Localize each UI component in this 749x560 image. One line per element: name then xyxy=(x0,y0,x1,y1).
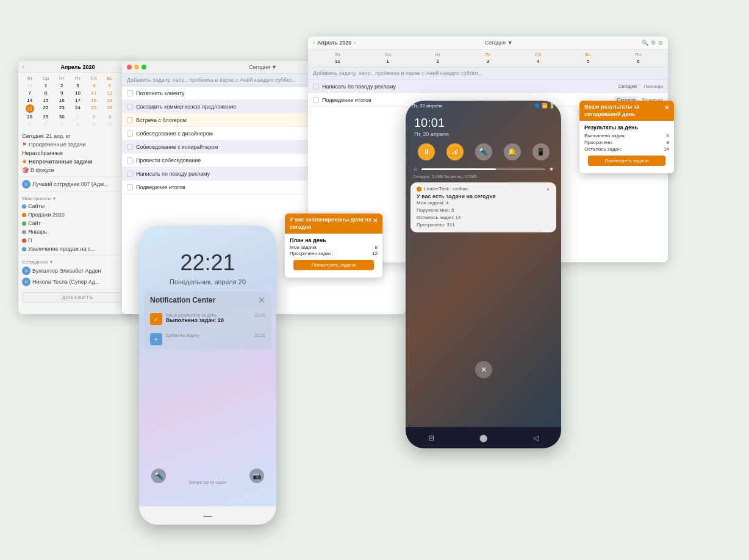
android-phone: Пт, 20 апреля 🔵 📶 🔋 10:01 Пт, 20 апреля … xyxy=(406,101,561,448)
brightness-track[interactable] xyxy=(421,168,545,170)
cal-day[interactable]: 22 xyxy=(38,104,53,113)
results-close-btn[interactable]: ✕ xyxy=(664,104,669,112)
sidebar-january[interactable]: Январь xyxy=(22,228,134,236)
qs-wifi-btn[interactable]: 📶 xyxy=(446,143,464,160)
maximize-window-btn[interactable] xyxy=(142,65,146,70)
sidebar-p[interactable]: П xyxy=(22,236,134,245)
expand2-icon[interactable]: ⊞ xyxy=(658,40,663,46)
cal-day[interactable]: 1 xyxy=(38,82,53,89)
cal-day[interactable]: 8 xyxy=(70,121,85,127)
cal-day[interactable]: 18 xyxy=(86,97,101,104)
sidebar-employee2[interactable]: Н Никола Тесла (Супер Ад... 35 xyxy=(22,276,134,287)
sidebar-unread[interactable]: Неразобранные 1 xyxy=(22,149,134,157)
task-input-2[interactable]: Добавить задачу, напр., пробежка в парке… xyxy=(308,67,668,80)
sidebar-site[interactable]: Сайт xyxy=(22,219,134,228)
cal-day[interactable]: 16 xyxy=(54,97,70,104)
notification-item-1[interactable]: ✓ Ваши результаты за день Выполнено зада… xyxy=(144,309,271,329)
cal-day[interactable]: 12 xyxy=(102,90,117,96)
add-button[interactable]: ДОБАВИТЬ xyxy=(22,292,134,303)
sidebar-increase-sales[interactable]: Увеличение продаж на с... 1 xyxy=(22,245,134,253)
nc-close-btn[interactable]: ✕ xyxy=(258,295,265,305)
lt-expand[interactable]: ▲ xyxy=(546,187,550,191)
cal-day[interactable]: 10 xyxy=(102,121,117,127)
nav-squares-icon[interactable]: ⊟ xyxy=(428,434,434,442)
task-checkbox[interactable] xyxy=(127,104,133,110)
cal-day[interactable]: 1 xyxy=(70,113,85,120)
cal-day[interactable]: 14 xyxy=(22,97,37,104)
sidebar-employee1[interactable]: Э Бухгалтер Элизабет Арден xyxy=(22,265,134,276)
cal-day[interactable]: 5 xyxy=(102,82,117,89)
nav-home-icon[interactable]: ⬤ xyxy=(479,434,487,442)
cal-day[interactable]: 9 xyxy=(86,121,101,127)
android-date-status: Пт, 20 апреля xyxy=(412,103,443,109)
notif-main-text-1: Выполнено задач: 20 xyxy=(166,317,251,323)
close-window-btn[interactable] xyxy=(127,65,132,70)
cal-day[interactable]: 24 xyxy=(70,104,85,113)
nav-back-icon[interactable]: ◁ xyxy=(533,434,539,442)
sidebar-today[interactable]: Сегодня: 21 апр, вт 8 xyxy=(22,132,134,140)
minimize-window-btn[interactable] xyxy=(134,65,139,70)
cal-day[interactable]: 7 xyxy=(22,90,37,96)
results-label3: Осталось задач: xyxy=(584,146,622,152)
task-checkbox[interactable] xyxy=(127,90,133,96)
qs-bell-btn[interactable]: 🔔 xyxy=(504,143,521,160)
sidebar-sales[interactable]: Продажи 2020 5 xyxy=(22,210,134,219)
leadertask-card[interactable]: LeaderTask · сейчас ▲ У вас есть задачи … xyxy=(410,182,556,232)
notification-item-2[interactable]: + Добавить задачу 22:21 xyxy=(144,329,271,349)
cal-day[interactable]: 6 xyxy=(38,121,53,127)
qs-play-btn[interactable]: ⏸ xyxy=(418,143,435,160)
cal-day[interactable]: 10 xyxy=(70,90,85,96)
results-view-btn[interactable]: Посмотреть задачи xyxy=(588,156,665,166)
qs-flashlight-btn[interactable]: 🔦 xyxy=(475,143,492,160)
cal-day[interactable]: 19 xyxy=(102,97,117,104)
cal-day[interactable]: 30 xyxy=(54,113,70,120)
close-circle-btn[interactable]: ✕ xyxy=(475,361,492,378)
cal-day[interactable]: 15 xyxy=(38,97,53,104)
search2-icon[interactable]: 🔍 xyxy=(642,40,648,46)
cal-day[interactable]: 17 xyxy=(70,97,85,104)
cal-day[interactable]: 29 xyxy=(38,113,53,120)
cal-day[interactable]: 5 xyxy=(22,121,37,127)
cal-prev-2[interactable]: ‹ xyxy=(313,40,315,46)
settings2-icon[interactable]: ⚙ xyxy=(651,40,656,46)
cal-day[interactable]: 28 xyxy=(22,113,37,120)
task-checkbox-2[interactable] xyxy=(313,84,319,90)
task-checkbox[interactable] xyxy=(127,157,133,163)
ios-camera-btn[interactable]: 📷 xyxy=(249,468,264,483)
sidebar-projects-section: Мои проекты ▾ Сайты Продажи 2020 5 Сайт … xyxy=(18,192,137,256)
sidebar-focus[interactable]: 🎯 В фокусе 4 xyxy=(22,166,134,174)
cal-day[interactable]: 2 xyxy=(86,113,101,120)
sidebar-websites[interactable]: Сайты xyxy=(22,202,134,210)
task-checkbox[interactable] xyxy=(127,117,133,123)
cal-day[interactable]: 25 xyxy=(86,104,101,113)
cal-day-today[interactable]: 21 xyxy=(26,104,34,113)
cal-next-2[interactable]: › xyxy=(354,40,356,46)
cal-day[interactable]: 7 xyxy=(54,121,70,127)
sidebar-unread-tasks[interactable]: ★ Непрочитанные задачи xyxy=(22,157,134,166)
today-text: Сегодня: 21 апр, вт xyxy=(22,133,71,139)
cal-day[interactable]: 3 xyxy=(70,82,85,89)
cal-day[interactable]: 26 xyxy=(102,104,117,113)
cal-day[interactable]: 2 xyxy=(54,82,70,89)
cal-day[interactable]: 8 xyxy=(38,90,53,96)
popup-today-close-btn[interactable]: ✕ xyxy=(373,217,378,224)
cal-day[interactable]: 31 xyxy=(22,82,37,89)
prev-month-btn[interactable]: ‹ xyxy=(22,63,24,70)
qs-screen-btn[interactable]: 📱 xyxy=(532,143,550,160)
cal-day[interactable]: 11 xyxy=(86,90,101,96)
task-checkbox[interactable] xyxy=(127,171,133,177)
task-checkbox[interactable] xyxy=(127,131,133,137)
task-checkbox[interactable] xyxy=(127,184,133,190)
android-status-bar: Пт, 20 апреля 🔵 📶 🔋 xyxy=(406,101,561,111)
ios-flashlight-btn[interactable]: 🔦 xyxy=(151,468,166,483)
cal-day[interactable]: 4 xyxy=(86,82,101,89)
cal-day[interactable]: 9 xyxy=(54,90,70,96)
cal-title-2: Апрель 2020 xyxy=(317,40,351,46)
task-checkbox[interactable] xyxy=(127,144,133,150)
sidebar-overdue[interactable]: ⚑ Просроченные задачи 12 xyxy=(22,140,134,149)
task-checkbox-2b[interactable] xyxy=(313,97,319,103)
cal-day[interactable]: 23 xyxy=(54,104,70,113)
popup-today-view-btn[interactable]: Посмотреть задачи xyxy=(293,260,374,270)
cal-day[interactable]: 3 xyxy=(102,113,117,120)
sidebar-best-employee[interactable]: A Лучший сотрудник 007 (Адм... xyxy=(22,179,134,190)
